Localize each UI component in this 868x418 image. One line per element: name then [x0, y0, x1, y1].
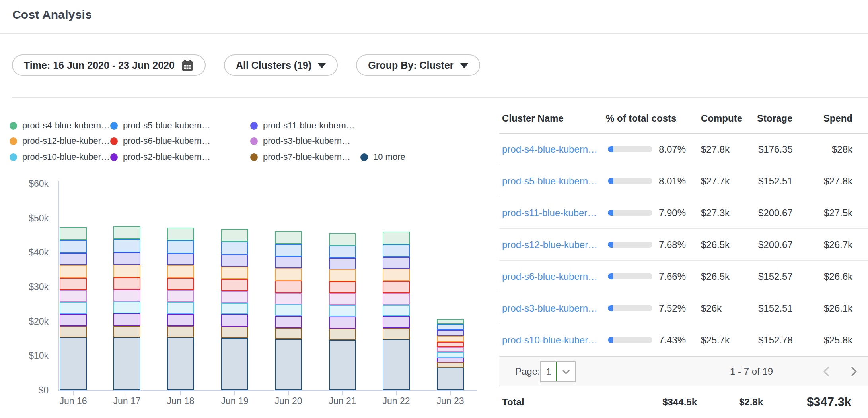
- bar-segment[interactable]: [329, 269, 356, 281]
- bar-segment[interactable]: [437, 368, 464, 390]
- bar-segment[interactable]: [275, 304, 302, 316]
- bar-segment[interactable]: [437, 352, 464, 358]
- bar-segment[interactable]: [167, 314, 194, 326]
- bar-segment[interactable]: [329, 340, 356, 390]
- bar-segment[interactable]: [275, 316, 302, 328]
- bar-segment[interactable]: [383, 232, 410, 244]
- bar-segment[interactable]: [437, 347, 464, 352]
- bar-segment[interactable]: [383, 257, 410, 269]
- bar-segment[interactable]: [167, 326, 194, 338]
- bar-segment[interactable]: [383, 316, 410, 328]
- bar-segment[interactable]: [329, 329, 356, 340]
- bar-segment[interactable]: [60, 278, 87, 290]
- bar-segment[interactable]: [437, 336, 464, 342]
- bar-segment[interactable]: [113, 314, 140, 326]
- time-range-filter[interactable]: Time: 16 Jun 2020 - 23 Jun 2020: [12, 54, 206, 76]
- bar-segment[interactable]: [329, 305, 356, 317]
- bar-segment[interactable]: [60, 314, 87, 326]
- bar-segment[interactable]: [167, 240, 194, 254]
- bar-segment[interactable]: [275, 339, 302, 390]
- cluster-name-link[interactable]: prod-s10-blue-kuber…: [502, 324, 597, 356]
- bar-segment[interactable]: [221, 303, 248, 314]
- bar-segment[interactable]: [113, 337, 140, 390]
- legend-item[interactable]: prod-s6-blue-kubern…: [110, 133, 210, 149]
- bar-segment[interactable]: [383, 328, 410, 339]
- bar-segment[interactable]: [275, 257, 302, 268]
- bar-segment[interactable]: [113, 290, 140, 302]
- bar-segment[interactable]: [437, 330, 464, 336]
- legend-item[interactable]: prod-s12-blue-kuber…: [10, 133, 110, 149]
- bar-segment[interactable]: [60, 240, 87, 253]
- bar-segment[interactable]: [383, 244, 410, 257]
- bar-segment[interactable]: [221, 338, 248, 390]
- bar-segment[interactable]: [60, 265, 87, 278]
- legend-item[interactable]: prod-s3-blue-kubern…: [250, 133, 350, 149]
- group-by-dropdown[interactable]: Group By: Cluster: [356, 54, 480, 76]
- legend-item[interactable]: 10 more: [360, 149, 405, 165]
- bar-segment[interactable]: [275, 281, 302, 292]
- bar-segment[interactable]: [221, 314, 248, 326]
- bar-segment[interactable]: [275, 328, 302, 339]
- bar-segment[interactable]: [275, 293, 302, 304]
- next-page-icon[interactable]: [849, 357, 860, 386]
- bar-segment[interactable]: [383, 281, 410, 293]
- bar-segment[interactable]: [383, 305, 410, 316]
- bar-segment[interactable]: [221, 242, 248, 255]
- bar-segment[interactable]: [383, 339, 410, 390]
- legend-item[interactable]: prod-s5-blue-kubern…: [110, 118, 210, 134]
- bar-segment[interactable]: [221, 229, 248, 242]
- bar-segment[interactable]: [437, 324, 464, 330]
- bar-segment[interactable]: [437, 319, 464, 324]
- cluster-name-link[interactable]: prod-s11-blue-kuber…: [502, 197, 597, 228]
- bar-segment[interactable]: [167, 302, 194, 314]
- bar-segment[interactable]: [113, 252, 140, 264]
- bar-segment[interactable]: [329, 233, 356, 246]
- bar-segment[interactable]: [221, 327, 248, 338]
- bar-segment[interactable]: [60, 302, 87, 314]
- bar-segment[interactable]: [167, 290, 194, 302]
- bar-segment[interactable]: [167, 254, 194, 265]
- bar-segment[interactable]: [167, 265, 194, 277]
- bar-segment[interactable]: [275, 244, 302, 257]
- bar-segment[interactable]: [167, 337, 194, 390]
- bar-segment[interactable]: [275, 231, 302, 244]
- bar-segment[interactable]: [60, 326, 87, 338]
- bar-segment[interactable]: [221, 255, 248, 266]
- bar-segment[interactable]: [113, 302, 140, 313]
- bar-segment[interactable]: [60, 290, 87, 302]
- bar-segment[interactable]: [113, 239, 140, 252]
- bar-segment[interactable]: [60, 253, 87, 265]
- bar-segment[interactable]: [329, 317, 356, 329]
- cluster-name-link[interactable]: prod-s4-blue-kubern…: [502, 134, 597, 165]
- bar-segment[interactable]: [113, 265, 140, 277]
- bar-segment[interactable]: [329, 258, 356, 269]
- cluster-name-link[interactable]: prod-s12-blue-kuber…: [502, 229, 597, 260]
- legend-item[interactable]: prod-s2-blue-kubern…: [110, 149, 210, 165]
- legend-item[interactable]: prod-s11-blue-kubern…: [250, 118, 355, 134]
- bar-segment[interactable]: [60, 227, 87, 240]
- bar-segment[interactable]: [113, 326, 140, 337]
- bar-segment[interactable]: [383, 293, 410, 305]
- bar-segment[interactable]: [221, 267, 248, 279]
- bar-segment[interactable]: [329, 293, 356, 305]
- bar-segment[interactable]: [437, 358, 464, 362]
- bar-segment[interactable]: [221, 291, 248, 302]
- bar-segment[interactable]: [60, 337, 87, 390]
- bar-segment[interactable]: [167, 228, 194, 240]
- page-select[interactable]: 1: [540, 361, 576, 382]
- cluster-name-link[interactable]: prod-s6-blue-kubern…: [502, 261, 597, 292]
- bar-segment[interactable]: [437, 362, 464, 368]
- bar-segment[interactable]: [113, 277, 140, 290]
- bar-segment[interactable]: [329, 246, 356, 258]
- legend-item[interactable]: prod-s4-blue-kubern…: [10, 118, 110, 134]
- legend-item[interactable]: prod-s10-blue-kuber…: [10, 149, 110, 165]
- bar-segment[interactable]: [167, 278, 194, 290]
- previous-page-icon[interactable]: [821, 357, 832, 386]
- bar-segment[interactable]: [437, 342, 464, 347]
- bar-segment[interactable]: [275, 268, 302, 281]
- clusters-filter-dropdown[interactable]: All Clusters (19): [224, 54, 338, 76]
- bar-segment[interactable]: [329, 281, 356, 293]
- legend-item[interactable]: prod-s7-blue-kubern…: [250, 149, 350, 165]
- cluster-name-link[interactable]: prod-s3-blue-kubern…: [502, 292, 597, 324]
- bar-segment[interactable]: [113, 226, 140, 239]
